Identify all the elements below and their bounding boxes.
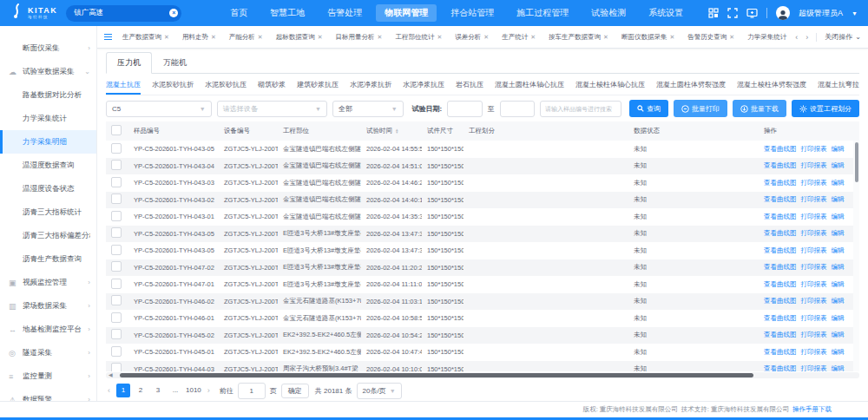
set-division-button[interactable]: 设置工程划分 bbox=[792, 100, 859, 117]
batch-print-button[interactable]: 批量打印 bbox=[674, 100, 727, 117]
action-link[interactable]: 查看曲线图 bbox=[764, 297, 797, 305]
action-link[interactable]: 查看曲线图 bbox=[764, 314, 797, 322]
action-link[interactable]: 编辑 bbox=[832, 297, 845, 305]
action-link[interactable]: 编辑 bbox=[832, 179, 845, 187]
action-link[interactable]: 编辑 bbox=[832, 348, 845, 356]
category-tab[interactable]: 水泥胶砂抗压 bbox=[205, 74, 247, 95]
category-tab[interactable]: 建筑砂浆抗压 bbox=[297, 74, 339, 95]
row-checkbox[interactable] bbox=[111, 295, 122, 305]
sidebar-item[interactable]: ▣ 视频监控管理 › bbox=[0, 271, 96, 294]
row-checkbox[interactable] bbox=[111, 279, 122, 289]
action-link[interactable]: 编辑 bbox=[832, 195, 845, 203]
close-icon[interactable]: ✕ bbox=[211, 34, 216, 41]
open-tab[interactable]: 目标用量分析 ✕ bbox=[331, 30, 388, 43]
action-link[interactable]: 打印报表 bbox=[801, 229, 827, 237]
close-icon[interactable]: ✕ bbox=[530, 34, 536, 41]
status-select[interactable]: 全部 ▼ bbox=[332, 101, 404, 117]
action-link[interactable]: 查看曲线图 bbox=[764, 263, 797, 271]
category-tab[interactable]: 混凝土抗弯拉强度 bbox=[818, 74, 859, 95]
project-type-select[interactable]: C5 ▼ bbox=[106, 101, 212, 117]
action-link[interactable]: 打印报表 bbox=[801, 161, 827, 169]
topnav-item[interactable]: 系统设置 bbox=[640, 4, 692, 22]
action-link[interactable]: 打印报表 bbox=[801, 145, 827, 153]
topnav-item[interactable]: 物联网管理 bbox=[376, 4, 437, 22]
sidebar-item[interactable]: ◎ 隧道采集 › bbox=[0, 341, 96, 364]
sidebar-item[interactable]: 沥青三大指标偏差分析 bbox=[0, 224, 96, 247]
sidebar-item[interactable]: ↔ 地基检测监控平台 › bbox=[0, 318, 96, 341]
manual-download-link[interactable]: 操作手册下载 bbox=[792, 405, 832, 414]
open-tab[interactable]: 工程部位统计 ✕ bbox=[390, 30, 447, 43]
close-icon[interactable]: ✕ bbox=[318, 34, 323, 41]
page-number[interactable]: 3 bbox=[151, 384, 165, 397]
action-link[interactable]: 打印报表 bbox=[801, 263, 827, 271]
close-icon[interactable]: ✕ bbox=[437, 34, 442, 41]
row-checkbox[interactable] bbox=[111, 227, 122, 238]
date-end-input[interactable] bbox=[500, 101, 535, 117]
action-link[interactable]: 编辑 bbox=[832, 331, 845, 338]
goto-page-input[interactable] bbox=[238, 383, 266, 399]
sidebar-item[interactable]: ≡ 监控量测 › bbox=[0, 364, 96, 388]
action-link[interactable]: 打印报表 bbox=[801, 246, 827, 254]
row-checkbox[interactable] bbox=[111, 261, 122, 272]
open-tab[interactable]: 生产数据查询 ✕ bbox=[117, 30, 174, 43]
topnav-item[interactable]: 施工过程管理 bbox=[508, 4, 577, 22]
sidebar-item[interactable]: ☁ 试验室数据采集 ⌄ bbox=[0, 60, 96, 83]
confirm-button[interactable]: 确定 bbox=[281, 384, 309, 398]
action-link[interactable]: 打印报表 bbox=[801, 297, 827, 305]
action-link[interactable]: 查看曲线图 bbox=[764, 213, 797, 220]
open-tab[interactable]: 误差分析 ✕ bbox=[450, 30, 494, 43]
category-tab[interactable]: 混凝土圆柱体劈裂强度 bbox=[656, 74, 726, 95]
column-header[interactable]: 设备编号 bbox=[219, 121, 278, 141]
topnav-item[interactable]: 拌合站管理 bbox=[442, 4, 503, 22]
sidebar-item[interactable]: 温湿度设备状态 bbox=[0, 177, 96, 200]
category-tab[interactable]: 混凝土圆柱体轴心抗压 bbox=[495, 74, 564, 95]
page-size-select[interactable]: 20条/页 ▼ bbox=[357, 383, 402, 399]
action-link[interactable]: 编辑 bbox=[832, 213, 845, 220]
horizontal-scrollbar[interactable]: ◀ bbox=[106, 372, 859, 378]
monitor-icon[interactable] bbox=[746, 8, 758, 18]
action-link[interactable]: 编辑 bbox=[832, 364, 845, 371]
open-tab[interactable]: 生产统计 ✕ bbox=[496, 30, 541, 43]
scroll-left-icon[interactable]: ◀ bbox=[108, 372, 113, 378]
sidebar-item[interactable]: 沥青三大指标统计 bbox=[0, 200, 96, 224]
select-all-checkbox[interactable] bbox=[111, 125, 122, 135]
column-header[interactable]: 样品编号 bbox=[128, 121, 219, 141]
sidebar-item[interactable]: ⚠ 数据预警 › bbox=[0, 388, 96, 402]
action-link[interactable]: 查看曲线图 bbox=[764, 348, 797, 356]
open-tab[interactable]: 按车生产数据查询 ✕ bbox=[543, 30, 614, 43]
row-checkbox[interactable] bbox=[111, 177, 122, 187]
row-checkbox[interactable] bbox=[111, 312, 122, 323]
project-select[interactable]: 镇广高速 × bbox=[66, 5, 181, 22]
action-link[interactable]: 查看曲线图 bbox=[764, 145, 797, 153]
action-link[interactable]: 查看曲线图 bbox=[764, 246, 797, 254]
open-tab[interactable]: 用料走势 ✕ bbox=[177, 30, 221, 43]
sidebar-item[interactable]: 力学采集统计 bbox=[0, 107, 96, 130]
vertical-scrollbar[interactable] bbox=[853, 141, 859, 371]
category-tab[interactable]: 水泥净浆抗折 bbox=[350, 74, 391, 95]
action-link[interactable]: 编辑 bbox=[832, 314, 845, 322]
action-link[interactable]: 打印报表 bbox=[801, 331, 827, 338]
page-number[interactable]: 1 bbox=[116, 384, 130, 397]
category-tab[interactable]: 混凝土棱柱体劈裂强度 bbox=[737, 74, 806, 95]
open-tab[interactable]: 力学采集统计 ✕ bbox=[742, 30, 790, 43]
action-link[interactable]: 编辑 bbox=[832, 280, 845, 288]
close-operations-menu[interactable]: 关闭操作 ⌄ bbox=[825, 32, 861, 42]
action-link[interactable]: 编辑 bbox=[832, 263, 845, 271]
sidebar-item[interactable]: 断面仪采集 › bbox=[0, 36, 96, 60]
column-header[interactable]: 工程部位 bbox=[278, 121, 361, 141]
row-checkbox[interactable] bbox=[111, 363, 122, 371]
sample-search-input[interactable] bbox=[540, 101, 621, 117]
close-icon[interactable]: ✕ bbox=[729, 34, 734, 41]
sidebar-item[interactable]: 路基数据对比分析 bbox=[0, 83, 96, 107]
topnav-item[interactable]: 告警处理 bbox=[319, 4, 371, 22]
column-header[interactable]: 试件尺寸 bbox=[422, 121, 464, 141]
sidebar-item[interactable]: 温湿度数据查询 bbox=[0, 154, 96, 177]
action-link[interactable]: 打印报表 bbox=[801, 348, 827, 356]
fullscreen-icon[interactable] bbox=[727, 8, 738, 18]
action-link[interactable]: 打印报表 bbox=[801, 179, 827, 187]
action-link[interactable]: 查看曲线图 bbox=[764, 331, 797, 338]
action-link[interactable]: 查看曲线图 bbox=[764, 161, 797, 169]
row-checkbox[interactable] bbox=[111, 329, 122, 339]
page-number[interactable]: 1010 bbox=[186, 384, 201, 397]
category-tab[interactable]: 砌筑砂浆 bbox=[258, 74, 286, 95]
